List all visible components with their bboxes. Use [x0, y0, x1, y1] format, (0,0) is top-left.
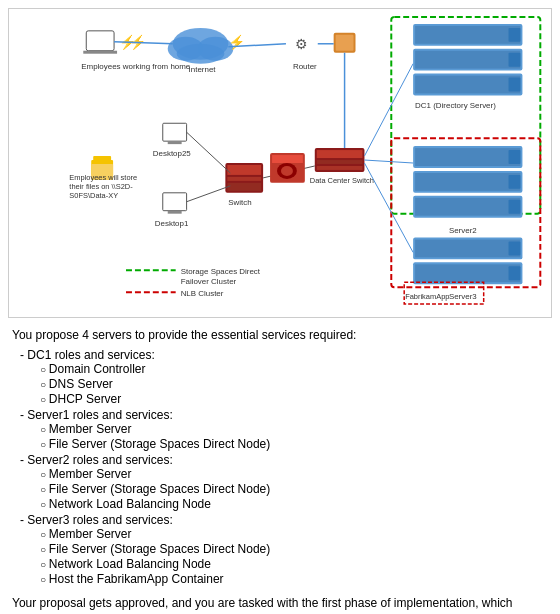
svg-text:Server2: Server2 — [449, 226, 477, 235]
server3-service-3: Network Load Balancing Node — [40, 557, 548, 571]
server3-services: Member Server File Server (Storage Space… — [20, 527, 548, 586]
content-area: You propose 4 servers to provide the ess… — [8, 328, 552, 614]
server2-label: Server2 roles and services: — [27, 453, 172, 467]
svg-rect-73 — [415, 240, 520, 258]
svg-rect-66 — [415, 173, 520, 191]
svg-rect-43 — [317, 150, 363, 158]
svg-text:Data Center Switch: Data Center Switch — [310, 176, 374, 185]
intro-text: You propose 4 servers to provide the ess… — [12, 328, 548, 342]
svg-text:Internet: Internet — [189, 65, 217, 74]
dc1-service-3: DHCP Server — [40, 392, 548, 406]
svg-text:⚙: ⚙ — [295, 36, 308, 52]
server1-item: Server1 roles and services: Member Serve… — [20, 408, 548, 451]
svg-text:Employees will store: Employees will store — [69, 173, 137, 182]
dc1-item: DC1 roles and services: Domain Controlle… — [20, 348, 548, 406]
svg-rect-15 — [336, 35, 354, 51]
svg-rect-70 — [509, 200, 521, 214]
svg-rect-67 — [509, 175, 521, 189]
server2-service-1: Member Server — [40, 467, 548, 481]
svg-text:Router: Router — [293, 62, 317, 71]
server3-item: Server3 roles and services: Member Serve… — [20, 513, 548, 586]
dc1-service-2: DNS Server — [40, 377, 548, 391]
server2-services: Member Server File Server (Storage Space… — [20, 467, 548, 511]
svg-text:their files on \\S2D-: their files on \\S2D- — [69, 182, 133, 191]
server2-service-2: File Server (Storage Spaces Direct Node) — [40, 482, 548, 496]
svg-rect-76 — [415, 264, 520, 282]
dc1-label: DC1 roles and services: — [27, 348, 154, 362]
svg-text:Employees working from home: Employees working from home — [81, 62, 191, 71]
server1-service-2: File Server (Storage Spaces Direct Node) — [40, 437, 548, 451]
svg-rect-69 — [415, 198, 520, 216]
server1-services: Member Server File Server (Storage Space… — [20, 422, 548, 451]
svg-text:Desktop1: Desktop1 — [155, 219, 189, 228]
svg-text:Failover Cluster: Failover Cluster — [181, 277, 237, 286]
svg-rect-4 — [83, 51, 117, 54]
svg-rect-45 — [317, 166, 363, 170]
svg-rect-64 — [509, 150, 521, 164]
server3-service-4: Host the FabrikamApp Container — [40, 572, 548, 586]
svg-rect-49 — [272, 155, 303, 163]
server1-service-1: Member Server — [40, 422, 548, 436]
server2-item: Server2 roles and services: Member Serve… — [20, 453, 548, 511]
server2-service-3: Network Load Balancing Node — [40, 497, 548, 511]
svg-text:NLB Cluster: NLB Cluster — [181, 289, 224, 298]
dc1-services: Domain Controller DNS Server DHCP Server — [20, 362, 548, 406]
svg-rect-53 — [415, 26, 520, 44]
svg-text:Switch: Switch — [228, 198, 251, 207]
bottom-paragraph: Your proposal gets approved, and you are… — [12, 594, 548, 614]
server3-service-1: Member Server — [40, 527, 548, 541]
svg-text:⚡: ⚡ — [228, 34, 246, 51]
svg-text:Storage Spaces Direct: Storage Spaces Direct — [181, 267, 261, 276]
svg-rect-63 — [415, 148, 520, 166]
svg-rect-77 — [509, 266, 521, 280]
page-container: ⚡ ⚡ ⚡ ⚙ Employees working from hom — [0, 0, 560, 614]
svg-rect-27 — [168, 211, 182, 214]
network-diagram: ⚡ ⚡ ⚡ ⚙ Employees working from hom — [8, 8, 552, 318]
svg-rect-37 — [227, 177, 261, 181]
svg-rect-56 — [415, 51, 520, 69]
svg-rect-74 — [509, 241, 521, 255]
server3-label: Server3 roles and services: — [27, 513, 172, 527]
svg-rect-38 — [227, 183, 261, 191]
svg-rect-57 — [509, 53, 521, 67]
svg-text:S0FS\Data-XY: S0FS\Data-XY — [69, 191, 118, 200]
bottom-text-main: Your proposal gets approved, and you are… — [12, 596, 513, 614]
server3-service-2: File Server (Storage Spaces Direct Node) — [40, 542, 548, 556]
svg-text:DC1 (Directory Server): DC1 (Directory Server) — [415, 101, 496, 110]
dc1-service-1: Domain Controller — [40, 362, 548, 376]
svg-rect-60 — [509, 78, 521, 92]
svg-text:Desktop25: Desktop25 — [153, 149, 192, 158]
svg-text:FabrikamApp: FabrikamApp — [405, 292, 449, 301]
svg-point-51 — [281, 166, 293, 176]
svg-rect-24 — [168, 141, 182, 144]
svg-text:Server3: Server3 — [449, 292, 477, 301]
svg-rect-44 — [317, 160, 363, 164]
svg-rect-59 — [415, 76, 520, 94]
server1-label: Server1 roles and services: — [27, 408, 172, 422]
svg-rect-54 — [509, 28, 521, 42]
server-list: DC1 roles and services: Domain Controlle… — [12, 348, 548, 586]
svg-rect-36 — [227, 165, 261, 175]
